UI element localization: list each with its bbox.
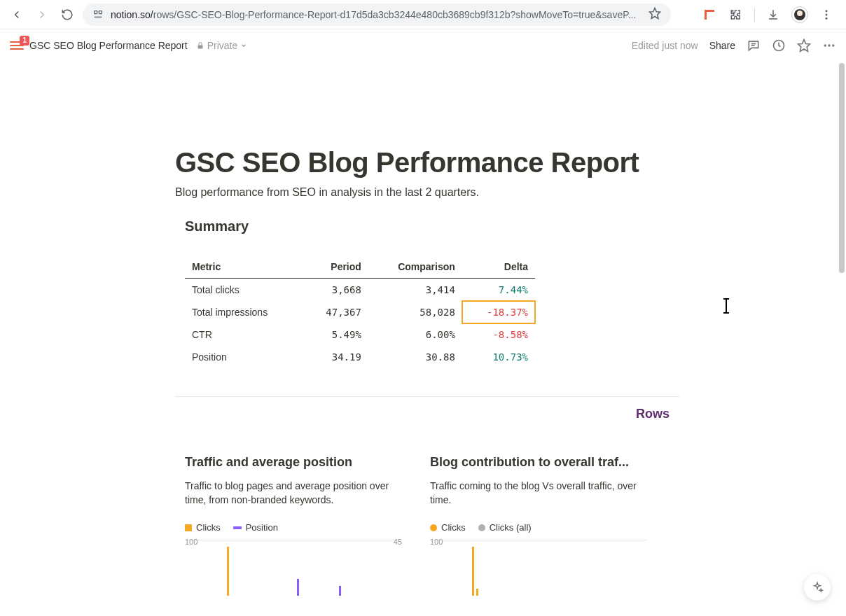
updates-clock-icon[interactable]: [772, 38, 786, 52]
legend-item: Clicks: [430, 522, 466, 533]
svg-point-6: [826, 17, 828, 19]
svg-point-12: [824, 44, 826, 46]
col-period: Period: [303, 255, 368, 279]
bookmark-star-icon[interactable]: [649, 7, 661, 22]
comments-icon[interactable]: [747, 38, 761, 52]
cell-delta[interactable]: -18.37%: [462, 301, 535, 323]
chart-bar: [227, 547, 229, 596]
legend-label: Position: [246, 522, 278, 533]
notion-topbar: 1 GSC SEO Blog Performance Report Privat…: [0, 29, 846, 62]
chart-bar: [339, 586, 341, 596]
chart-legend: Clicks Clicks (all): [430, 522, 647, 533]
charts-row: Traffic and average position Traffic to …: [185, 455, 679, 596]
more-menu-icon[interactable]: [822, 38, 836, 52]
chevron-down-icon: [240, 42, 247, 49]
summary-heading[interactable]: Summary: [185, 218, 679, 234]
cell-comparison[interactable]: 30.88: [368, 346, 462, 368]
chart-canvas: 100: [430, 540, 647, 596]
col-delta: Delta: [462, 255, 535, 279]
text-cursor: [726, 300, 727, 312]
cell-metric[interactable]: Position: [185, 346, 303, 368]
table-row[interactable]: Position34.1930.8810.73%: [185, 346, 535, 368]
y-axis-label: 100: [430, 538, 443, 546]
browser-toolbar: notion.so/rows/GSC-SEO-Blog-Performance-…: [0, 0, 846, 29]
cell-comparison[interactable]: 6.00%: [368, 323, 462, 346]
edited-timestamp: Edited just now: [632, 40, 698, 51]
chart-title: Blog contribution to overall traf...: [430, 455, 647, 470]
svg-marker-3: [650, 8, 660, 19]
cell-metric[interactable]: CTR: [185, 323, 303, 346]
page-subtitle[interactable]: Blog performance from SEO in analysis in…: [175, 186, 679, 199]
privacy-label: Private: [207, 40, 238, 51]
cell-period[interactable]: 47,367: [303, 301, 368, 323]
svg-rect-0: [95, 10, 97, 13]
privacy-badge[interactable]: Private: [196, 40, 248, 51]
chart-blog-contribution[interactable]: Blog contribution to overall traf... Tra…: [430, 455, 647, 596]
cell-period[interactable]: 3,668: [303, 279, 368, 302]
page-content: GSC SEO Blog Performance Report Blog per…: [175, 146, 679, 616]
summary-table[interactable]: Metric Period Comparison Delta Total cli…: [185, 255, 535, 368]
cell-period[interactable]: 5.49%: [303, 323, 368, 346]
legend-item: Clicks (all): [478, 522, 532, 533]
y-axis-label-right: 45: [394, 538, 402, 546]
legend-label: Clicks: [441, 522, 466, 533]
chart-title: Traffic and average position: [185, 455, 402, 470]
url-bar[interactable]: notion.so/rows/GSC-SEO-Blog-Performance-…: [83, 4, 671, 26]
cell-delta[interactable]: 10.73%: [462, 346, 535, 368]
profile-avatar[interactable]: [791, 6, 808, 23]
chart-traffic-position[interactable]: Traffic and average position Traffic to …: [185, 455, 402, 596]
rows-brand[interactable]: Rows: [175, 407, 679, 421]
chart-bar: [297, 579, 299, 596]
extensions-puzzle-icon[interactable]: [728, 6, 744, 23]
svg-point-13: [828, 44, 830, 46]
back-button[interactable]: [7, 5, 27, 24]
separator: [754, 8, 755, 22]
downloads-icon[interactable]: [765, 6, 782, 23]
cell-comparison[interactable]: 3,414: [368, 279, 462, 302]
col-metric: Metric: [185, 255, 303, 279]
svg-rect-7: [197, 46, 202, 49]
cell-delta[interactable]: -8.58%: [462, 323, 535, 346]
cell-metric[interactable]: Total clicks: [185, 279, 303, 302]
chart-desc: Traffic to blog pages and average positi…: [185, 479, 402, 507]
legend-label: Clicks (all): [490, 522, 532, 533]
ai-assist-button[interactable]: [804, 574, 831, 601]
y-axis-label: 100: [185, 538, 197, 546]
cell-metric[interactable]: Total impressions: [185, 301, 303, 323]
reload-button[interactable]: [57, 5, 77, 24]
table-row[interactable]: CTR5.49%6.00%-8.58%: [185, 323, 535, 346]
table-row[interactable]: Total impressions47,36758,028-18.37%: [185, 301, 535, 323]
svg-point-14: [832, 44, 834, 46]
page-icon[interactable]: 1: [10, 40, 24, 51]
legend-item: Clicks: [185, 522, 221, 533]
table-row[interactable]: Total clicks3,6683,4147.44%: [185, 279, 535, 302]
svg-rect-1: [99, 10, 102, 13]
scrollbar[interactable]: [839, 63, 845, 273]
chart-bar: [476, 589, 478, 596]
legend-label: Clicks: [196, 522, 221, 533]
chart-legend: Clicks Position: [185, 522, 402, 533]
legend-swatch-orange-dot-icon: [430, 524, 437, 531]
lock-icon: [196, 41, 204, 50]
forward-button[interactable]: [32, 5, 52, 24]
cell-delta[interactable]: 7.44%: [462, 279, 535, 302]
browser-menu-icon[interactable]: [818, 6, 835, 23]
page-title[interactable]: GSC SEO Blog Performance Report: [175, 146, 679, 179]
notification-badge: 1: [20, 36, 29, 46]
favorite-star-icon[interactable]: [797, 38, 811, 52]
legend-swatch-orange-icon: [185, 524, 192, 531]
share-button[interactable]: Share: [709, 40, 735, 51]
chart-canvas: 100 45: [185, 540, 402, 596]
svg-marker-11: [798, 40, 810, 52]
cell-comparison[interactable]: 58,028: [368, 301, 462, 323]
col-comparison: Comparison: [368, 255, 462, 279]
chart-bar: [472, 547, 474, 596]
extension-icon[interactable]: [701, 6, 718, 23]
cell-period[interactable]: 34.19: [303, 346, 368, 368]
breadcrumb-title[interactable]: GSC SEO Blog Performance Report: [29, 40, 188, 51]
content-scroll-area[interactable]: GSC SEO Blog Performance Report Blog per…: [0, 62, 846, 616]
site-settings-icon: [92, 9, 104, 20]
table-header-row: Metric Period Comparison Delta: [185, 255, 535, 279]
svg-point-4: [826, 10, 828, 12]
divider: [175, 396, 679, 397]
